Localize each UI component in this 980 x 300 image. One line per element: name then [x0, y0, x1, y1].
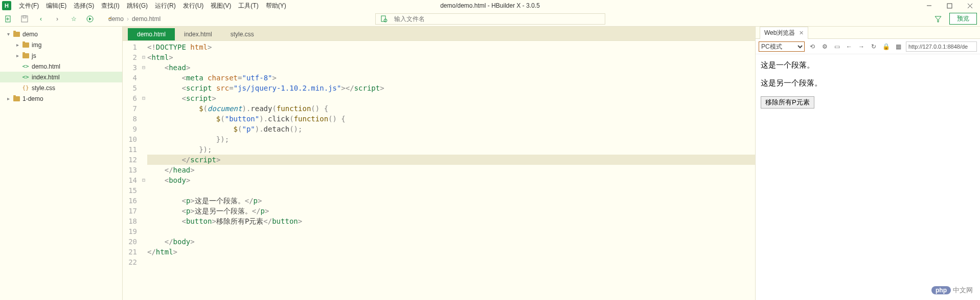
refresh-icon[interactable]: ⟲ — [808, 42, 817, 51]
file-explorer: ▾demo▸img▸js<>demo.html<>index.html{}sty… — [0, 27, 123, 300]
code-editor[interactable]: 12345678910111213141516171819202122 ⊟⊟⊟⊟… — [123, 41, 755, 300]
tree-twisty-icon[interactable]: ▸ — [13, 42, 21, 48]
browser-toolbar: PC模式 ⟲ ⚙ ▭ ← → ↻ 🔒 ▦ — [756, 39, 980, 54]
tree-twisty-icon[interactable]: ▾ — [4, 31, 12, 37]
chevron-right-icon: › — [127, 15, 129, 23]
tree-item[interactable]: {}style.css — [0, 82, 122, 93]
svg-marker-10 — [89, 17, 92, 20]
breadcrumb-item[interactable]: demo.html — [132, 15, 161, 23]
nav-back-icon[interactable]: ‹ — [35, 13, 47, 25]
breadcrumb-item[interactable]: demo — [108, 15, 124, 23]
tree-item-label: 1-demo — [22, 95, 43, 102]
minimize-button[interactable] — [919, 0, 939, 11]
gear-icon[interactable]: ⚙ — [820, 42, 829, 51]
tree-item[interactable]: ▸js — [0, 50, 122, 61]
preview-paragraph: 这是一个段落。 — [761, 60, 975, 70]
menu-item[interactable]: 帮助(Y) — [262, 1, 290, 11]
tree-item[interactable]: ▸1-demo — [0, 93, 122, 104]
window-title: demo/demo.html - HBuilder X - 3.0.5 — [440, 2, 540, 9]
search-file-icon — [378, 13, 390, 25]
main-area: ▾demo▸img▸js<>demo.html<>index.html{}sty… — [0, 27, 980, 300]
new-file-icon[interactable] — [2, 13, 14, 25]
folder-icon — [21, 53, 30, 58]
preview-paragraph: 这是另一个段落。 — [761, 78, 975, 88]
tablet-icon[interactable]: ▭ — [832, 42, 841, 51]
window-controls — [919, 0, 980, 11]
nav-forward-icon[interactable]: › — [51, 13, 63, 25]
menu-item[interactable]: 运行(R) — [151, 1, 179, 11]
maximize-button[interactable] — [939, 0, 960, 11]
browser-tab[interactable]: Web浏览器 ✕ — [760, 27, 808, 39]
tree-item-label: style.css — [32, 84, 55, 92]
editor-tab[interactable]: index.html — [175, 28, 221, 40]
app-logo: H — [2, 1, 11, 10]
close-button[interactable] — [960, 0, 980, 11]
folder-icon — [12, 96, 20, 101]
menu-item[interactable]: 文件(F) — [15, 1, 42, 11]
html-file-icon: <> — [21, 74, 30, 80]
tree-item[interactable]: ▸img — [0, 39, 122, 50]
svg-rect-8 — [23, 16, 26, 18]
tree-item[interactable]: <>index.html — [0, 72, 122, 82]
browser-tabbar: Web浏览器 ✕ — [756, 27, 980, 39]
menu-item[interactable]: 跳转(G) — [123, 1, 151, 11]
watermark-badge: php — [931, 286, 951, 294]
file-search-box[interactable] — [375, 13, 605, 25]
url-input[interactable] — [906, 41, 977, 52]
folder-icon — [12, 32, 20, 37]
editor-tabbar: demo.htmlindex.htmlstyle.css — [123, 27, 755, 41]
save-icon[interactable] — [18, 13, 31, 25]
preview-remove-button[interactable]: 移除所有P元素 — [761, 96, 814, 109]
browser-tab-label: Web浏览器 — [764, 29, 795, 37]
tree-item-label: demo.html — [32, 63, 60, 70]
line-number-gutter: 12345678910111213141516171819202122 — [123, 41, 140, 300]
menu-item[interactable]: 发行(U) — [179, 1, 208, 11]
tree-twisty-icon[interactable]: ▸ — [13, 53, 21, 58]
editor-tab[interactable]: demo.html — [128, 28, 175, 40]
tree-item[interactable]: ▾demo — [0, 29, 122, 39]
file-search-input[interactable] — [392, 15, 605, 23]
breadcrumb: demo›demo.html — [108, 15, 161, 23]
browser-content: 这是一个段落。 这是另一个段落。 移除所有P元素 — [756, 54, 980, 300]
editor-panel: demo.htmlindex.htmlstyle.css 12345678910… — [123, 27, 755, 300]
watermark: php 中文网 — [931, 286, 973, 295]
svg-marker-13 — [935, 16, 941, 22]
css-file-icon: {} — [21, 84, 30, 91]
menubar: 文件(F)编辑(E)选择(S)查找(I)跳转(G)运行(R)发行(U)视图(V)… — [15, 1, 290, 11]
device-mode-select[interactable]: PC模式 — [759, 41, 805, 52]
preview-button[interactable]: 预览 — [949, 13, 977, 25]
browser-forward-icon[interactable]: → — [857, 42, 866, 51]
menu-item[interactable]: 查找(I) — [98, 1, 123, 11]
close-icon[interactable]: ✕ — [799, 30, 804, 36]
menu-item[interactable]: 编辑(E) — [42, 1, 70, 11]
web-browser-panel: Web浏览器 ✕ PC模式 ⟲ ⚙ ▭ ← → ↻ 🔒 ▦ 这是一个段落。 这是… — [755, 27, 980, 300]
toolbar: ‹ › ☆ demo›demo.html 预览 — [0, 11, 980, 27]
reload-icon[interactable]: ↻ — [869, 42, 878, 51]
tree-twisty-icon[interactable]: ▸ — [4, 96, 12, 101]
filter-icon[interactable] — [932, 13, 944, 25]
svg-rect-1 — [947, 4, 952, 8]
editor-tab[interactable]: style.css — [221, 28, 263, 40]
tree-item-label: js — [32, 52, 36, 59]
run-icon[interactable] — [84, 13, 96, 25]
tree-item-label: demo — [22, 31, 38, 38]
svg-rect-11 — [381, 16, 385, 22]
favorite-icon[interactable]: ☆ — [67, 13, 80, 25]
folder-icon — [21, 42, 30, 48]
titlebar: H 文件(F)编辑(E)选择(S)查找(I)跳转(G)运行(R)发行(U)视图(… — [0, 0, 980, 11]
lock-icon[interactable]: 🔒 — [881, 42, 891, 51]
code-content[interactable]: <!DOCTYPE html><html> <head> <meta chars… — [147, 41, 755, 300]
qrcode-icon[interactable]: ▦ — [894, 42, 903, 51]
svg-rect-7 — [21, 16, 28, 22]
tree-item[interactable]: <>demo.html — [0, 61, 122, 72]
menu-item[interactable]: 选择(S) — [70, 1, 98, 11]
html-file-icon: <> — [21, 63, 30, 70]
watermark-text: 中文网 — [953, 286, 973, 295]
tree-item-label: img — [32, 41, 41, 49]
tree-item-label: index.html — [32, 74, 60, 81]
browser-back-icon[interactable]: ← — [845, 42, 854, 51]
menu-item[interactable]: 视图(V) — [207, 1, 235, 11]
menu-item[interactable]: 工具(T) — [235, 1, 262, 11]
fold-gutter[interactable]: ⊟⊟⊟⊟ — [140, 41, 147, 300]
